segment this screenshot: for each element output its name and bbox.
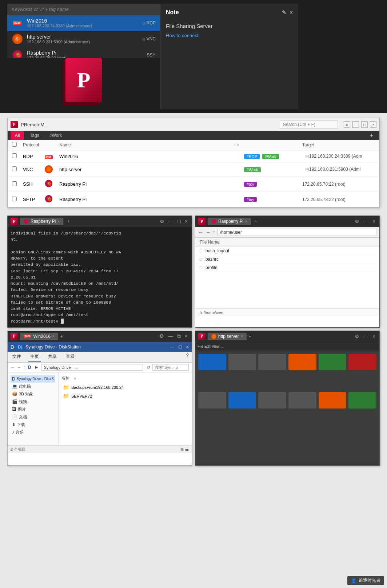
add-connection-button[interactable]: + <box>367 132 376 139</box>
explorer-search[interactable] <box>152 364 189 371</box>
ribbon-help[interactable]: ? <box>186 352 189 362</box>
ribbon-home[interactable]: 主页 <box>28 352 41 362</box>
synology-close[interactable]: × <box>186 344 189 350</box>
app-tile-8[interactable] <box>228 392 256 409</box>
tag-work[interactable]: #Work <box>244 167 261 172</box>
ribbon-view[interactable]: 查看 <box>64 352 76 362</box>
close-button[interactable]: × <box>370 121 376 128</box>
note-close-icon[interactable]: × <box>290 9 293 15</box>
back-button[interactable]: ← <box>11 365 15 370</box>
sftp-file-bashrc[interactable]: □ .bashrc <box>195 255 379 264</box>
minimize-button[interactable]: — <box>352 121 359 128</box>
ssh-minimize-icon[interactable]: — <box>167 218 175 224</box>
row-checkbox[interactable] <box>12 166 17 171</box>
table-row[interactable]: VNC http server #Work ⊟ 192.168.0.231:59… <box>8 162 379 177</box>
tag-toy[interactable]: #toy <box>244 197 257 202</box>
menu-button[interactable]: ≡ <box>344 121 350 128</box>
search-bar[interactable]: Keywords or '#' + tag name <box>7 4 160 15</box>
list-view-icon[interactable]: ☰ <box>185 447 189 452</box>
sftp-path-input[interactable] <box>218 229 376 236</box>
http-minimize-icon[interactable]: — <box>362 334 370 339</box>
table-row[interactable]: SFTP 🍓 Raspberry Pi #toy 172.20.65.78:22… <box>8 192 379 207</box>
table-row[interactable]: SSH 🍓 Raspberry Pi #toy 172.20.65.78:22 … <box>8 177 379 192</box>
ssh-maximize-icon[interactable]: □ <box>176 218 181 224</box>
synology-maximize[interactable]: □ <box>179 344 182 350</box>
table-row[interactable]: RDP 2016 Win2016 #RDP #Work ⊟ 192.168.20… <box>8 150 379 162</box>
ribbon-file[interactable]: 文件 <box>11 352 23 362</box>
app-tile-12[interactable] <box>348 392 376 409</box>
forward-button[interactable]: → <box>17 365 21 370</box>
maximize-button[interactable]: □ <box>361 121 368 128</box>
conn-win2016[interactable]: 2016 Win2016 192.168.200.24:3389 (Admini… <box>7 15 160 31</box>
sftp-up[interactable]: ↑ <box>213 229 215 235</box>
ssh-settings-icon[interactable]: ⚙ <box>159 218 165 224</box>
tab-all[interactable]: All <box>11 131 24 140</box>
synology-minimize[interactable]: — <box>170 344 175 350</box>
ssh-tab-close[interactable]: × <box>57 220 60 224</box>
win2016-new-tab[interactable]: + <box>60 334 63 339</box>
win2016-close-icon[interactable]: × <box>184 333 189 339</box>
sftp-tab-close[interactable]: × <box>245 220 247 224</box>
select-all-checkbox[interactable] <box>12 142 17 147</box>
file-item-server72[interactable]: 📁 SERVER72 <box>61 392 189 400</box>
http-tab[interactable]: http server × <box>208 333 247 340</box>
ssh-terminal-body[interactable]: individual files in /usr/share/doc/*/cop… <box>8 227 192 327</box>
copy-icon[interactable]: ⊟ <box>305 167 309 172</box>
app-tile-1[interactable] <box>198 354 226 370</box>
ribbon-share[interactable]: 共享 <box>46 352 59 362</box>
grid-view-icon[interactable]: ⊞ <box>180 447 184 452</box>
win2016-tab[interactable]: 2016 Win2016 × <box>20 333 58 340</box>
tab-work[interactable]: #Work <box>45 131 66 140</box>
sidebar-downloads[interactable]: ⬇ 下载 <box>11 421 55 429</box>
app-tile-11[interactable] <box>319 392 347 409</box>
sftp-forward[interactable]: → <box>206 229 211 235</box>
sftp-new-tab[interactable]: + <box>255 219 257 224</box>
sftp-tab[interactable]: Raspberry Pi × <box>208 218 251 225</box>
app-tile-2[interactable] <box>228 354 256 370</box>
sftp-file-bash-logout[interactable]: □ .bash_logout <box>195 247 379 255</box>
win2016-restore-icon[interactable]: ⧉ <box>176 333 182 339</box>
win2016-settings-icon[interactable]: ⚙ <box>158 333 165 339</box>
ssh-close-icon[interactable]: × <box>184 218 189 224</box>
http-new-tab[interactable]: + <box>249 334 251 339</box>
sidebar-documents[interactable]: 📄 文档 <box>11 413 55 421</box>
ssh-new-tab[interactable]: + <box>67 219 69 224</box>
refresh-button[interactable]: ↺ <box>147 365 150 370</box>
http-close-icon[interactable]: × <box>371 334 376 339</box>
app-tile-7[interactable] <box>198 392 226 409</box>
sftp-file-profile[interactable]: □ .profile <box>195 264 379 272</box>
app-tile-5[interactable] <box>319 354 347 370</box>
tab-tags[interactable]: Tags <box>25 131 43 140</box>
row-checkbox[interactable] <box>12 197 17 201</box>
http-settings-icon[interactable]: ⚙ <box>354 334 360 339</box>
sidebar-this-pc[interactable]: 💻 此电脑 <box>11 383 55 390</box>
row-checkbox[interactable] <box>12 153 17 158</box>
note-edit-icon[interactable]: ✎ <box>282 9 286 15</box>
up-button[interactable]: ↑ <box>24 365 26 370</box>
app-tile-6[interactable] <box>348 354 376 370</box>
conn-raspberry-ssh[interactable]: 🍓 Raspberry Pi 172.20.65.78:22 (root) SS… <box>7 47 160 58</box>
app-tile-3[interactable] <box>258 354 286 370</box>
win2016-minimize-icon[interactable]: — <box>167 333 174 339</box>
tag-rdp[interactable]: #RDP <box>244 154 260 159</box>
conn-http[interactable]: S http server 192.168.0.231:5900 (Admini… <box>7 31 160 47</box>
sidebar-video[interactable]: 🎬 视频 <box>11 398 55 406</box>
tag-toy[interactable]: #toy <box>244 182 257 187</box>
file-item-backups[interactable]: 📁 BackupsFrom192.168.200.24 <box>61 383 189 392</box>
app-tile-4[interactable] <box>288 354 316 370</box>
sftp-settings-icon[interactable]: ⚙ <box>354 218 360 224</box>
sftp-minimize-icon[interactable]: — <box>362 218 370 224</box>
app-tile-9[interactable] <box>258 392 286 409</box>
sftp-back[interactable]: ← <box>198 229 203 235</box>
win2016-tab-close[interactable]: × <box>52 334 55 338</box>
note-link[interactable]: How to connect <box>166 33 199 38</box>
row-checkbox[interactable] <box>12 181 17 186</box>
copy-icon[interactable]: ⊟ <box>305 154 309 159</box>
sidebar-music[interactable]: ♪ 音乐 <box>11 429 55 436</box>
sidebar-pictures[interactable]: 🖼 图片 <box>11 406 55 413</box>
sidebar-synology[interactable]: D Synology Drive - DiskS <box>11 375 55 383</box>
http-tab-close[interactable]: × <box>241 334 243 338</box>
address-input[interactable]: Synology Drive - ... <box>41 364 143 371</box>
sidebar-3d[interactable]: 📦 3D 对象 <box>11 390 55 398</box>
sftp-close-icon[interactable]: × <box>371 218 376 224</box>
